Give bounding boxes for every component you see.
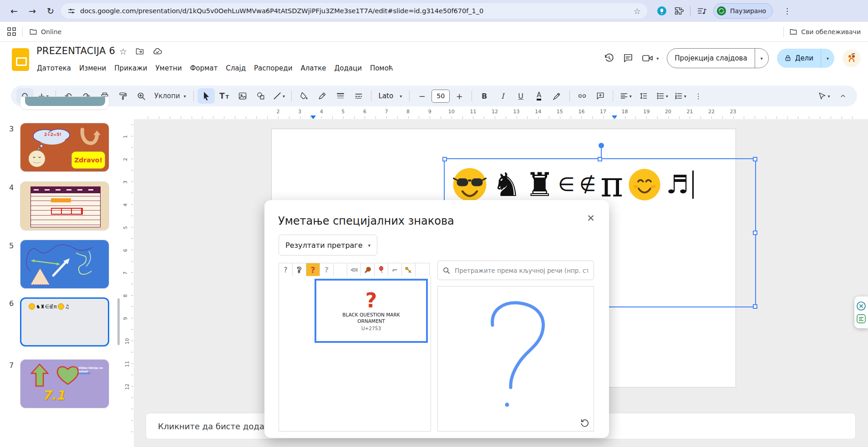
paint-format-icon[interactable] <box>114 88 132 104</box>
palette-cell-fish-icon[interactable] <box>347 263 361 276</box>
collapse-toolbar-icon[interactable] <box>834 88 852 104</box>
font-size-field[interactable]: 50 <box>431 90 450 103</box>
browser-menu-icon[interactable]: ⋮ <box>779 3 795 19</box>
back-icon[interactable]: ← <box>6 3 22 19</box>
resize-handle-nw[interactable] <box>442 157 447 161</box>
extension-e-icon[interactable] <box>857 314 866 323</box>
bookmark-folder-online[interactable]: Online <box>29 28 61 36</box>
extension-side-widget[interactable] <box>854 296 868 328</box>
extension-paused-pill[interactable]: Паузирано <box>713 3 773 19</box>
slideshow-options-caret[interactable]: ▾ <box>755 49 768 68</box>
forward-icon[interactable]: → <box>25 3 40 19</box>
character-results-panel[interactable]: ? BLACK QUESTION MARK ORNAMENT U+2753 <box>279 276 431 432</box>
menu-item[interactable]: Помоћ <box>366 62 397 75</box>
font-size-increase[interactable]: + <box>451 88 468 104</box>
palette-cell-plain-q[interactable]: ? <box>279 263 293 276</box>
palette-cell-rev-not[interactable]: ⌐ <box>388 263 402 276</box>
move-folder-icon[interactable] <box>135 47 144 56</box>
horizontal-ruler[interactable]: 234567891011121314151617181920212223 <box>122 107 868 120</box>
selected-character-cell[interactable]: ? BLACK QUESTION MARK ORNAMENT U+2753 <box>315 279 428 343</box>
insert-line-icon[interactable]: ▾ <box>270 88 288 104</box>
highlight-color-icon[interactable] <box>548 88 566 104</box>
tracking-protection-icon[interactable] <box>67 7 76 15</box>
bookmark-star-icon[interactable]: ☆ <box>634 6 641 16</box>
list-music-icon[interactable] <box>697 6 707 16</box>
slide-thumbnail-4[interactable] <box>20 181 109 231</box>
align-icon[interactable]: ▾ <box>617 88 634 104</box>
star-icon[interactable]: ☆ <box>119 46 127 56</box>
italic-button[interactable]: I <box>494 88 511 104</box>
filmstrip-scrollbar[interactable] <box>117 298 120 345</box>
address-bar[interactable]: docs.google.com/presentation/d/1kQu5v0Oe… <box>61 3 647 19</box>
zoom-icon[interactable] <box>132 88 150 104</box>
insert-image-icon[interactable] <box>234 88 251 104</box>
extensions-puzzle-icon[interactable] <box>674 6 684 16</box>
version-history-icon[interactable] <box>604 53 614 64</box>
slide-thumbnail-5[interactable] <box>20 240 109 289</box>
chat-extension-icon[interactable] <box>656 5 667 16</box>
bulleted-list-icon[interactable]: ▾ <box>653 88 670 104</box>
border-dash-icon[interactable] <box>350 88 367 104</box>
category-dropdown[interactable]: Резултати претраге▾ <box>279 235 377 256</box>
pointer-mode-icon[interactable]: ▾ <box>815 88 832 104</box>
slide-thumbnail-3[interactable]: 2+2=5! Zdravo! <box>20 123 109 172</box>
comments-icon[interactable] <box>623 53 634 64</box>
font-size-decrease[interactable]: − <box>413 88 431 104</box>
palette-cell-red-q[interactable]: ? <box>306 263 320 276</box>
cloud-saved-icon[interactable] <box>152 46 162 56</box>
resize-handle-se[interactable] <box>753 304 757 309</box>
font-family-dropdown[interactable]: Lato▾ <box>375 92 406 100</box>
ruler-indent-marker[interactable] <box>612 116 617 119</box>
document-title[interactable]: PREZENTACIJA 6 <box>36 45 115 56</box>
close-icon[interactable]: ✕ <box>584 212 597 225</box>
reload-icon[interactable]: ↻ <box>43 3 58 19</box>
slideshow-button[interactable]: Пројекција слајдова ▾ <box>667 48 768 68</box>
resize-handle-ne[interactable] <box>753 157 757 161</box>
share-options-caret[interactable]: ▾ <box>821 49 834 68</box>
border-weight-icon[interactable] <box>332 88 349 104</box>
border-color-icon[interactable] <box>314 88 331 104</box>
textbox-tool-icon[interactable]: TT <box>216 88 233 104</box>
all-bookmarks-folder[interactable]: Сви обележивачи <box>789 28 861 36</box>
slides-logo[interactable] <box>12 48 29 71</box>
reset-drawing-icon[interactable] <box>579 417 589 427</box>
resize-handle-n[interactable] <box>598 157 602 161</box>
character-search[interactable] <box>437 261 594 280</box>
resize-handle-e[interactable] <box>753 231 757 235</box>
zoom-fit-dropdown[interactable]: Уклопи▾ <box>151 88 190 104</box>
select-tool-icon[interactable] <box>198 88 215 104</box>
menu-item[interactable]: Датотека <box>33 62 75 75</box>
search-input[interactable] <box>454 266 589 275</box>
palette-cell-gray-q[interactable]: ? <box>320 263 334 276</box>
ruler-indent-marker[interactable] <box>310 116 316 119</box>
add-comment-icon[interactable] <box>592 88 609 104</box>
menu-item[interactable]: Додаци <box>330 62 365 75</box>
more-options-icon[interactable]: ⋮ <box>690 88 707 104</box>
menu-item[interactable]: Измени <box>75 62 110 75</box>
slide-thumbnail-7[interactable]: 7.1 Video lekcija se nalazi <box>20 359 109 408</box>
underline-button[interactable]: U <box>512 88 529 104</box>
menu-item[interactable]: Уметни <box>151 62 186 75</box>
menu-item[interactable]: Алатке <box>296 62 330 75</box>
slide-thumbnail-6[interactable]: ♞♜∈∉π ♫ <box>20 297 109 347</box>
fill-color-icon[interactable] <box>295 88 313 104</box>
apps-grid-icon[interactable] <box>7 27 16 36</box>
insert-shape-icon[interactable] <box>252 88 269 104</box>
menu-item[interactable]: Прикажи <box>110 62 151 75</box>
share-button[interactable]: Дели ▾ <box>777 49 834 68</box>
menu-item[interactable]: Формат <box>186 62 222 75</box>
palette-cell-key-icon[interactable] <box>402 263 416 276</box>
menu-item[interactable]: Распореди <box>250 62 296 75</box>
draw-character-canvas[interactable] <box>437 286 594 432</box>
numbered-list-icon[interactable]: ▾ <box>671 88 689 104</box>
line-spacing-icon[interactable] <box>635 88 652 104</box>
palette-cell-ornament-q[interactable]: ? <box>293 263 306 276</box>
slide-thumbnail-2[interactable] <box>20 96 109 110</box>
rotation-handle[interactable] <box>599 143 604 148</box>
insert-link-icon[interactable] <box>574 88 591 104</box>
bold-button[interactable]: B <box>476 88 493 104</box>
text-color-button[interactable]: A <box>530 88 548 104</box>
menu-item[interactable]: Слајд <box>222 62 250 75</box>
meet-button[interactable]: ▾ <box>642 53 659 64</box>
palette-cell-balloon-icon[interactable] <box>375 263 388 276</box>
